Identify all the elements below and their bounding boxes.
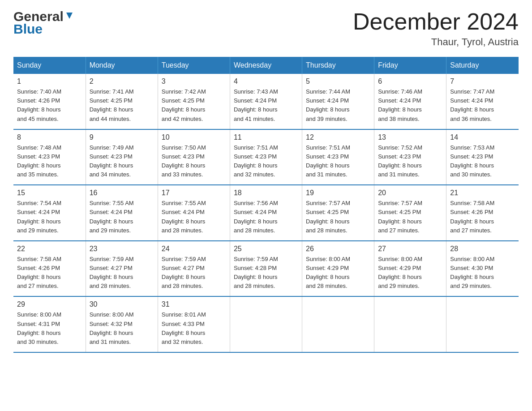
- day-cell: 2 Sunrise: 7:41 AMSunset: 4:25 PMDayligh…: [86, 74, 158, 129]
- day-cell: 26 Sunrise: 8:00 AMSunset: 4:29 PMDaylig…: [302, 241, 374, 297]
- weekday-header-wednesday: Wednesday: [230, 57, 302, 74]
- day-cell: 10 Sunrise: 7:50 AMSunset: 4:23 PMDaylig…: [158, 129, 230, 185]
- day-number: 10: [162, 133, 226, 141]
- day-cell: 27 Sunrise: 8:00 AMSunset: 4:29 PMDaylig…: [374, 241, 446, 297]
- day-cell: 29 Sunrise: 8:00 AMSunset: 4:31 PMDaylig…: [13, 296, 86, 352]
- day-number: 8: [17, 133, 82, 141]
- day-cell: 22 Sunrise: 7:58 AMSunset: 4:26 PMDaylig…: [13, 241, 86, 297]
- day-cell: 19 Sunrise: 7:57 AMSunset: 4:25 PMDaylig…: [302, 185, 374, 241]
- day-cell: 23 Sunrise: 7:59 AMSunset: 4:27 PMDaylig…: [86, 241, 158, 297]
- day-info: Sunrise: 7:48 AMSunset: 4:23 PMDaylight:…: [17, 143, 82, 180]
- day-info: Sunrise: 7:53 AMSunset: 4:23 PMDaylight:…: [450, 143, 515, 180]
- day-number: 24: [162, 245, 226, 253]
- day-info: Sunrise: 7:41 AMSunset: 4:25 PMDaylight:…: [90, 87, 154, 124]
- page-header: General Blue December 2024 Thaur, Tyrol,…: [13, 9, 519, 48]
- weekday-header-saturday: Saturday: [446, 57, 519, 74]
- day-info: Sunrise: 7:44 AMSunset: 4:24 PMDaylight:…: [306, 87, 370, 124]
- day-number: 31: [162, 300, 226, 308]
- day-info: Sunrise: 7:54 AMSunset: 4:24 PMDaylight:…: [17, 199, 82, 235]
- day-cell: [446, 296, 519, 352]
- month-title: December 2024: [353, 9, 519, 34]
- weekday-row: SundayMondayTuesdayWednesdayThursdayFrid…: [13, 57, 519, 74]
- day-cell: 12 Sunrise: 7:51 AMSunset: 4:23 PMDaylig…: [302, 129, 374, 185]
- logo-triangle-icon: [64, 11, 74, 21]
- day-info: Sunrise: 7:57 AMSunset: 4:25 PMDaylight:…: [378, 199, 442, 235]
- day-info: Sunrise: 7:58 AMSunset: 4:26 PMDaylight:…: [17, 255, 82, 291]
- day-info: Sunrise: 8:01 AMSunset: 4:33 PMDaylight:…: [162, 310, 226, 347]
- title-area: December 2024 Thaur, Tyrol, Austria: [353, 9, 519, 48]
- weekday-header-sunday: Sunday: [13, 57, 86, 74]
- day-number: 4: [234, 77, 298, 86]
- day-cell: [230, 296, 302, 352]
- day-number: 14: [450, 133, 515, 141]
- weekday-header-tuesday: Tuesday: [158, 57, 230, 74]
- calendar-header: SundayMondayTuesdayWednesdayThursdayFrid…: [13, 57, 519, 74]
- calendar-table: SundayMondayTuesdayWednesdayThursdayFrid…: [13, 57, 519, 353]
- day-number: 27: [378, 245, 442, 253]
- day-number: 13: [378, 133, 442, 141]
- day-cell: 17 Sunrise: 7:55 AMSunset: 4:24 PMDaylig…: [158, 185, 230, 241]
- day-number: 26: [306, 245, 370, 253]
- day-number: 19: [306, 189, 370, 197]
- weekday-header-monday: Monday: [86, 57, 158, 74]
- day-info: Sunrise: 7:46 AMSunset: 4:24 PMDaylight:…: [378, 87, 442, 124]
- day-number: 16: [90, 189, 154, 197]
- weekday-header-friday: Friday: [374, 57, 446, 74]
- day-info: Sunrise: 7:50 AMSunset: 4:23 PMDaylight:…: [162, 143, 226, 180]
- day-cell: 30 Sunrise: 8:00 AMSunset: 4:32 PMDaylig…: [86, 296, 158, 352]
- day-info: Sunrise: 8:00 AMSunset: 4:30 PMDaylight:…: [450, 255, 515, 291]
- day-number: 6: [378, 77, 442, 86]
- svg-marker-0: [66, 13, 73, 19]
- day-cell: 9 Sunrise: 7:49 AMSunset: 4:23 PMDayligh…: [86, 129, 158, 185]
- day-info: Sunrise: 8:00 AMSunset: 4:31 PMDaylight:…: [17, 310, 82, 347]
- day-cell: 28 Sunrise: 8:00 AMSunset: 4:30 PMDaylig…: [446, 241, 519, 297]
- day-info: Sunrise: 8:00 AMSunset: 4:29 PMDaylight:…: [378, 255, 442, 291]
- day-info: Sunrise: 7:55 AMSunset: 4:24 PMDaylight:…: [162, 199, 226, 235]
- day-info: Sunrise: 8:00 AMSunset: 4:32 PMDaylight:…: [90, 310, 154, 347]
- logo: General Blue: [13, 9, 74, 37]
- day-cell: [374, 296, 446, 352]
- day-info: Sunrise: 7:51 AMSunset: 4:23 PMDaylight:…: [234, 143, 298, 180]
- day-cell: 25 Sunrise: 7:59 AMSunset: 4:28 PMDaylig…: [230, 241, 302, 297]
- day-cell: 13 Sunrise: 7:52 AMSunset: 4:23 PMDaylig…: [374, 129, 446, 185]
- day-cell: 7 Sunrise: 7:47 AMSunset: 4:24 PMDayligh…: [446, 74, 519, 129]
- day-number: 22: [17, 245, 82, 253]
- day-number: 20: [378, 189, 442, 197]
- day-info: Sunrise: 7:59 AMSunset: 4:27 PMDaylight:…: [90, 255, 154, 291]
- day-number: 18: [234, 189, 298, 197]
- day-cell: 8 Sunrise: 7:48 AMSunset: 4:23 PMDayligh…: [13, 129, 86, 185]
- day-number: 17: [162, 189, 226, 197]
- day-number: 9: [90, 133, 154, 141]
- day-cell: 6 Sunrise: 7:46 AMSunset: 4:24 PMDayligh…: [374, 74, 446, 129]
- day-info: Sunrise: 7:55 AMSunset: 4:24 PMDaylight:…: [90, 199, 154, 235]
- day-info: Sunrise: 7:40 AMSunset: 4:26 PMDaylight:…: [17, 87, 82, 124]
- day-cell: 16 Sunrise: 7:55 AMSunset: 4:24 PMDaylig…: [86, 185, 158, 241]
- day-cell: 20 Sunrise: 7:57 AMSunset: 4:25 PMDaylig…: [374, 185, 446, 241]
- day-number: 3: [162, 77, 226, 86]
- day-info: Sunrise: 7:58 AMSunset: 4:26 PMDaylight:…: [450, 199, 515, 235]
- day-number: 21: [450, 189, 515, 197]
- day-cell: [302, 296, 374, 352]
- day-number: 28: [450, 245, 515, 253]
- day-cell: 11 Sunrise: 7:51 AMSunset: 4:23 PMDaylig…: [230, 129, 302, 185]
- day-number: 5: [306, 77, 370, 86]
- location: Thaur, Tyrol, Austria: [353, 36, 519, 48]
- day-cell: 3 Sunrise: 7:42 AMSunset: 4:25 PMDayligh…: [158, 74, 230, 129]
- day-info: Sunrise: 7:59 AMSunset: 4:27 PMDaylight:…: [162, 255, 226, 291]
- calendar-body: 1 Sunrise: 7:40 AMSunset: 4:26 PMDayligh…: [13, 74, 519, 352]
- day-number: 25: [234, 245, 298, 253]
- day-cell: 24 Sunrise: 7:59 AMSunset: 4:27 PMDaylig…: [158, 241, 230, 297]
- day-info: Sunrise: 7:59 AMSunset: 4:28 PMDaylight:…: [234, 255, 298, 291]
- day-number: 29: [17, 300, 82, 308]
- week-row-5: 29 Sunrise: 8:00 AMSunset: 4:31 PMDaylig…: [13, 296, 519, 352]
- day-cell: 18 Sunrise: 7:56 AMSunset: 4:24 PMDaylig…: [230, 185, 302, 241]
- day-cell: 1 Sunrise: 7:40 AMSunset: 4:26 PMDayligh…: [13, 74, 86, 129]
- week-row-1: 1 Sunrise: 7:40 AMSunset: 4:26 PMDayligh…: [13, 74, 519, 129]
- week-row-2: 8 Sunrise: 7:48 AMSunset: 4:23 PMDayligh…: [13, 129, 519, 185]
- day-info: Sunrise: 8:00 AMSunset: 4:29 PMDaylight:…: [306, 255, 370, 291]
- day-cell: 14 Sunrise: 7:53 AMSunset: 4:23 PMDaylig…: [446, 129, 519, 185]
- day-number: 30: [90, 300, 154, 308]
- day-cell: 4 Sunrise: 7:43 AMSunset: 4:24 PMDayligh…: [230, 74, 302, 129]
- logo-blue: Blue: [13, 21, 43, 37]
- day-number: 12: [306, 133, 370, 141]
